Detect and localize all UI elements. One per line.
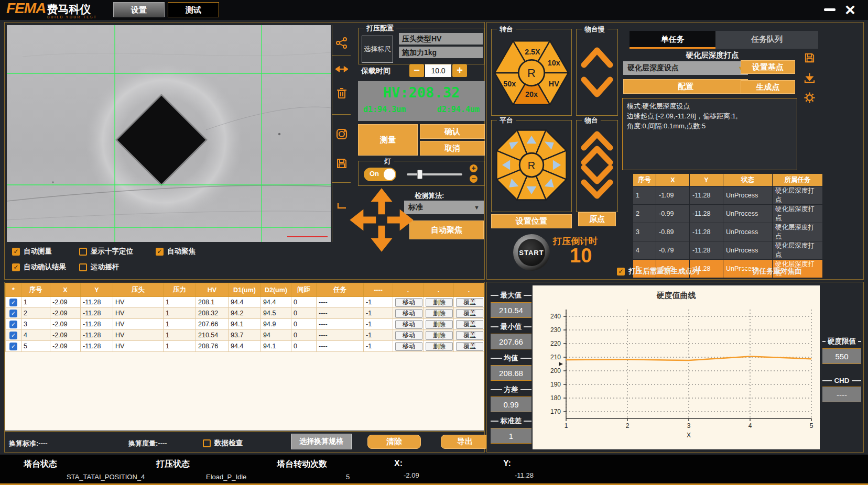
move-row-button[interactable]: 移动 [395,342,422,351]
export-button[interactable]: 导出 [441,435,489,449]
hold-time-minus-button[interactable]: − [409,64,424,77]
checkbox-box[interactable] [617,268,625,275]
arrow-right-icon[interactable] [387,209,414,230]
hold-time-plus-button[interactable]: + [452,64,467,77]
checkbox-box[interactable] [12,263,20,271]
row-select-checkbox[interactable]: ✓ [9,332,17,339]
results-col-header[interactable]: . [393,283,424,297]
results-col-header[interactable]: HV [196,283,229,297]
checkbox-refocus-on-task-switch[interactable]: 切任务重对焦面 [741,267,802,276]
camera-icon[interactable] [335,128,348,140]
delete-row-button[interactable]: 删除 [426,331,453,340]
start-button[interactable]: START [513,234,550,271]
hold-time-value[interactable]: 10.0 [425,64,451,77]
results-col-header[interactable]: * [6,283,21,297]
minimize-icon[interactable] [824,8,836,11]
light-slider-thumb[interactable] [417,170,422,179]
checkbox-box[interactable] [156,248,164,256]
arrow-left-icon[interactable] [350,209,376,230]
indenter-type-field[interactable]: 压头类型HV [399,33,483,45]
results-table-row[interactable]: ✓2-2.09-11.28HV1208.3294.294.50-----1移动删… [6,308,484,319]
save-image-icon[interactable] [335,157,348,170]
points-table-row[interactable]: 1-1.09-11.28UnProcess硬化层深度打点 [633,186,823,205]
results-col-header[interactable]: D1(um) [229,283,261,297]
origin-button[interactable]: 原点 [578,212,616,226]
stage-fast-up-button[interactable] [584,134,610,148]
points-table-row[interactable]: 4-0.79-11.28UnProcess硬化层深度打点 [633,241,823,260]
close-icon[interactable]: × [845,0,855,19]
confirm-button[interactable]: 确认 [420,124,485,139]
move-row-button[interactable]: 移动 [395,298,422,307]
measure-button[interactable]: 测量 [358,124,418,156]
light-plus-button[interactable]: + [470,164,478,172]
set-position-button[interactable]: 设置位置 [491,214,572,228]
overwrite-row-button[interactable]: 覆盖 [456,309,483,318]
config-button[interactable]: 配置 [623,79,748,94]
arrow-down-icon[interactable] [371,226,392,252]
trash-icon[interactable] [335,87,348,100]
points-col-header[interactable]: Y [690,174,723,186]
tab-settings[interactable]: 设置 [113,2,165,17]
overwrite-row-button[interactable]: 覆盖 [456,298,483,307]
save-task-icon[interactable] [804,52,816,66]
select-ruler-button[interactable]: 选择标尺 [362,36,393,63]
light-toggle[interactable]: On [364,168,396,181]
points-table-row[interactable]: 3-0.89-11.28UnProcess硬化层深度打点 [633,223,823,241]
move-row-button[interactable]: 移动 [395,309,422,318]
results-col-header[interactable]: 序号 [21,283,50,297]
overwrite-row-button[interactable]: 覆盖 [456,331,483,340]
checkbox-box[interactable] [12,248,20,256]
checkbox-box[interactable] [79,248,87,256]
select-conversion-spec-button[interactable]: 选择换算规格 [291,434,352,449]
results-col-header[interactable]: ---- [364,283,393,297]
results-col-header[interactable]: 压力 [164,283,196,297]
data-check-box[interactable] [203,439,211,447]
points-col-header[interactable]: 所属任务 [773,174,823,186]
checkbox-box[interactable] [741,268,748,275]
task-mode-dropdown[interactable]: 硬化层深度设点 ▼ [623,61,748,75]
results-col-header[interactable]: . [424,283,454,297]
checkbox-show-cross[interactable]: 显示十字定位 [79,247,133,256]
share-icon[interactable] [335,37,348,49]
collapse-icon[interactable] [335,198,348,211]
force-field[interactable]: 施加力1kg [399,47,483,58]
resize-horizontal-icon[interactable] [335,63,348,75]
checkbox-auto-confirm[interactable]: 自动确认结果 [12,262,66,272]
results-col-header[interactable]: X [50,283,81,297]
checkbox-box[interactable] [79,263,87,271]
checkbox-motion-joystick[interactable]: 运动摇杆 [79,262,119,272]
delete-row-button[interactable]: 删除 [426,309,453,318]
checkbox-auto-measure[interactable]: 自动测量 [12,247,52,256]
algorithm-dropdown[interactable]: 标准 ▼ [404,201,484,214]
overwrite-row-button[interactable]: 覆盖 [456,320,483,329]
results-table-row[interactable]: ✓3-2.09-11.28HV1207.6694.194.90-----1移动删… [6,319,484,330]
light-minus-button[interactable]: − [470,175,478,183]
generate-points-button[interactable]: 生成点 [741,80,795,94]
points-col-header[interactable]: 序号 [633,174,656,186]
row-select-checkbox[interactable]: ✓ [9,321,17,328]
row-select-checkbox[interactable]: ✓ [9,310,17,317]
microscope-view[interactable] [7,25,331,242]
delete-row-button[interactable]: 删除 [426,342,453,351]
checkbox-auto-focus[interactable]: 自动聚焦 [156,247,196,256]
stage-joystick[interactable] [348,186,416,254]
gear-icon[interactable] [804,92,816,106]
points-table-row[interactable]: 2-0.99-11.28UnProcess硬化层深度打点 [633,205,823,223]
row-select-checkbox[interactable]: ✓ [9,299,17,306]
set-base-point-button[interactable]: 设置基点 [741,60,795,74]
stage-fast-down-button[interactable] [584,168,610,181]
delete-row-button[interactable]: 删除 [426,298,453,307]
results-col-header[interactable]: Y [81,283,113,297]
results-table-row[interactable]: ✓5-2.09-11.28HV1208.7694.494.10-----1移动删… [6,341,484,352]
tab-single-task[interactable]: 单任务 [630,31,715,49]
stage-slow-up-button[interactable] [584,50,610,65]
delete-row-button[interactable]: 删除 [426,320,453,329]
tab-task-queue[interactable]: 任务队列 [715,31,818,49]
move-row-button[interactable]: 移动 [395,320,422,329]
arrow-up-icon[interactable] [371,188,392,214]
move-row-button[interactable]: 移动 [395,331,422,340]
overwrite-row-button[interactable]: 覆盖 [456,342,483,351]
points-col-header[interactable]: 状态 [723,174,773,186]
results-col-header[interactable]: 间距 [291,283,317,297]
clear-button[interactable]: 清除 [367,435,421,449]
